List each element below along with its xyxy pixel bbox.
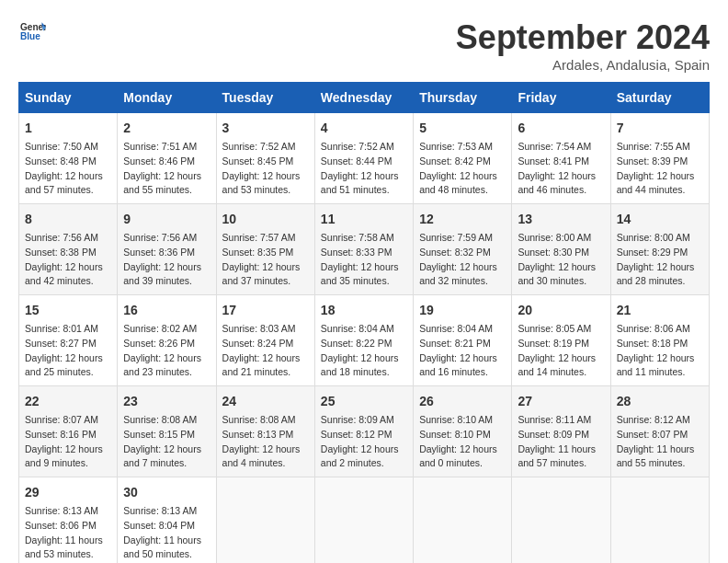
calendar-cell [512, 477, 610, 564]
daylight-text: Daylight: 12 hours and 32 minutes. [419, 260, 506, 290]
daylight-text: Daylight: 12 hours and 21 minutes. [222, 351, 309, 381]
calendar-cell: 17Sunrise: 8:03 AMSunset: 8:24 PMDayligh… [216, 295, 314, 386]
calendar-cell: 9Sunrise: 7:56 AMSunset: 8:36 PMDaylight… [118, 204, 216, 295]
daylight-text: Daylight: 11 hours and 57 minutes. [518, 442, 604, 472]
sunrise-text: Sunrise: 8:13 AM [123, 504, 210, 519]
day-number: 20 [518, 301, 604, 320]
sunrise-text: Sunrise: 7:56 AM [123, 231, 210, 246]
daylight-text: Daylight: 12 hours and 44 minutes. [617, 169, 703, 199]
sunset-text: Sunset: 8:24 PM [222, 337, 309, 351]
calendar-cell: 20Sunrise: 8:05 AMSunset: 8:19 PMDayligh… [512, 295, 610, 386]
day-number: 26 [419, 392, 506, 411]
calendar-cell: 3Sunrise: 7:52 AMSunset: 8:45 PMDaylight… [216, 113, 314, 204]
sunset-text: Sunset: 8:45 PM [222, 155, 309, 169]
sunset-text: Sunset: 8:27 PM [25, 337, 111, 351]
daylight-text: Daylight: 12 hours and 30 minutes. [518, 260, 604, 290]
sunset-text: Sunset: 8:29 PM [617, 246, 703, 260]
daylight-text: Daylight: 12 hours and 4 minutes. [222, 442, 309, 472]
calendar-cell: 7Sunrise: 7:55 AMSunset: 8:39 PMDaylight… [610, 113, 709, 204]
day-number: 13 [518, 210, 604, 229]
sunrise-text: Sunrise: 8:13 AM [25, 504, 111, 519]
sunset-text: Sunset: 8:38 PM [25, 246, 111, 260]
daylight-text: Daylight: 11 hours and 55 minutes. [617, 442, 703, 472]
sunset-text: Sunset: 8:06 PM [25, 519, 111, 534]
calendar-week-4: 22Sunrise: 8:07 AMSunset: 8:16 PMDayligh… [19, 386, 710, 477]
daylight-text: Daylight: 12 hours and 42 minutes. [25, 260, 111, 290]
calendar-week-2: 8Sunrise: 7:56 AMSunset: 8:38 PMDaylight… [19, 204, 710, 295]
daylight-text: Daylight: 12 hours and 57 minutes. [25, 169, 111, 199]
day-number: 5 [419, 119, 506, 138]
sunset-text: Sunset: 8:46 PM [123, 155, 210, 169]
sunset-text: Sunset: 8:39 PM [617, 155, 703, 169]
month-title: September 2024 [456, 18, 710, 57]
daylight-text: Daylight: 12 hours and 46 minutes. [518, 169, 604, 199]
sunrise-text: Sunrise: 7:57 AM [222, 231, 309, 246]
sunrise-text: Sunrise: 8:11 AM [518, 413, 604, 428]
daylight-text: Daylight: 11 hours and 53 minutes. [25, 534, 111, 563]
day-number: 3 [222, 119, 309, 138]
calendar-week-3: 15Sunrise: 8:01 AMSunset: 8:27 PMDayligh… [19, 295, 710, 386]
day-header-sunday: Sunday [19, 83, 118, 113]
sunrise-text: Sunrise: 8:07 AM [25, 413, 111, 428]
calendar-cell: 22Sunrise: 8:07 AMSunset: 8:16 PMDayligh… [19, 386, 118, 477]
day-number: 29 [25, 483, 111, 502]
svg-text:Blue: Blue [20, 31, 40, 41]
sunset-text: Sunset: 8:13 PM [222, 428, 309, 442]
sunset-text: Sunset: 8:32 PM [419, 246, 506, 260]
sunrise-text: Sunrise: 8:03 AM [222, 322, 309, 337]
page-header: General Blue September 2024 Ardales, And… [18, 18, 710, 73]
sunset-text: Sunset: 8:04 PM [123, 519, 210, 534]
sunset-text: Sunset: 8:19 PM [518, 337, 604, 351]
calendar-cell: 30Sunrise: 8:13 AMSunset: 8:04 PMDayligh… [118, 477, 216, 564]
sunrise-text: Sunrise: 7:51 AM [123, 140, 210, 155]
sunrise-text: Sunrise: 7:59 AM [419, 231, 506, 246]
sunset-text: Sunset: 8:10 PM [419, 428, 506, 442]
calendar-cell: 24Sunrise: 8:08 AMSunset: 8:13 PMDayligh… [216, 386, 314, 477]
calendar-cell: 4Sunrise: 7:52 AMSunset: 8:44 PMDaylight… [314, 113, 413, 204]
calendar-cell: 13Sunrise: 8:00 AMSunset: 8:30 PMDayligh… [512, 204, 610, 295]
sunrise-text: Sunrise: 8:00 AM [518, 231, 604, 246]
sunrise-text: Sunrise: 7:52 AM [222, 140, 309, 155]
header-row: SundayMondayTuesdayWednesdayThursdayFrid… [19, 83, 710, 113]
calendar-cell: 12Sunrise: 7:59 AMSunset: 8:32 PMDayligh… [414, 204, 512, 295]
daylight-text: Daylight: 12 hours and 25 minutes. [25, 351, 111, 381]
sunset-text: Sunset: 8:36 PM [123, 246, 210, 260]
day-header-saturday: Saturday [610, 83, 709, 113]
calendar-table: SundayMondayTuesdayWednesdayThursdayFrid… [18, 82, 710, 563]
day-number: 27 [518, 392, 604, 411]
sunset-text: Sunset: 8:48 PM [25, 155, 111, 169]
daylight-text: Daylight: 12 hours and 16 minutes. [419, 351, 506, 381]
day-number: 14 [617, 210, 703, 229]
calendar-week-5: 29Sunrise: 8:13 AMSunset: 8:06 PMDayligh… [19, 477, 710, 564]
day-number: 2 [123, 119, 210, 138]
daylight-text: Daylight: 12 hours and 48 minutes. [419, 169, 506, 199]
day-number: 8 [25, 210, 111, 229]
daylight-text: Daylight: 12 hours and 51 minutes. [321, 169, 407, 199]
daylight-text: Daylight: 12 hours and 28 minutes. [617, 260, 703, 290]
sunrise-text: Sunrise: 8:02 AM [123, 322, 210, 337]
daylight-text: Daylight: 12 hours and 11 minutes. [617, 351, 703, 381]
calendar-cell: 15Sunrise: 8:01 AMSunset: 8:27 PMDayligh… [19, 295, 118, 386]
sunrise-text: Sunrise: 7:54 AM [518, 140, 604, 155]
day-number: 25 [321, 392, 407, 411]
sunset-text: Sunset: 8:35 PM [222, 246, 309, 260]
sunrise-text: Sunrise: 7:56 AM [25, 231, 111, 246]
calendar-cell: 1Sunrise: 7:50 AMSunset: 8:48 PMDaylight… [19, 113, 118, 204]
daylight-text: Daylight: 11 hours and 50 minutes. [123, 534, 210, 563]
sunrise-text: Sunrise: 8:08 AM [222, 413, 309, 428]
daylight-text: Daylight: 12 hours and 14 minutes. [518, 351, 604, 381]
sunrise-text: Sunrise: 7:53 AM [419, 140, 506, 155]
daylight-text: Daylight: 12 hours and 53 minutes. [222, 169, 309, 199]
sunrise-text: Sunrise: 7:50 AM [25, 140, 111, 155]
logo-icon: General Blue [20, 18, 46, 44]
day-number: 21 [617, 301, 703, 320]
calendar-cell [314, 477, 413, 564]
day-header-tuesday: Tuesday [216, 83, 314, 113]
sunrise-text: Sunrise: 7:58 AM [321, 231, 407, 246]
calendar-cell: 11Sunrise: 7:58 AMSunset: 8:33 PMDayligh… [314, 204, 413, 295]
sunset-text: Sunset: 8:44 PM [321, 155, 407, 169]
day-number: 6 [518, 119, 604, 138]
calendar-cell: 6Sunrise: 7:54 AMSunset: 8:41 PMDaylight… [512, 113, 610, 204]
calendar-cell: 26Sunrise: 8:10 AMSunset: 8:10 PMDayligh… [414, 386, 512, 477]
sunset-text: Sunset: 8:15 PM [123, 428, 210, 442]
